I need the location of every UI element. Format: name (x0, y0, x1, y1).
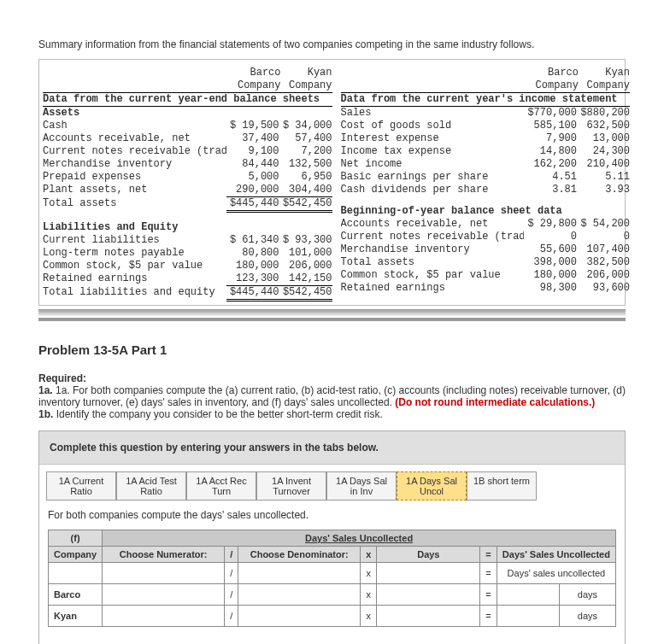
numerator-label-input[interactable] (108, 565, 222, 581)
hdr-denominator: Choose Denominator: (238, 547, 361, 563)
row-cl: Current liabilities (43, 234, 226, 247)
row-kyan: Kyan (49, 606, 103, 627)
result-label: Days' sales uncollected (497, 563, 615, 584)
divider-bar (38, 309, 626, 316)
assets-label: Assets (43, 107, 332, 120)
row-ar: Accounts receivable, net (43, 132, 226, 145)
hdr-eq: = (480, 547, 497, 563)
row-int: Interest expense (341, 132, 525, 145)
tab-acct-rec[interactable]: 1A Acct Rec Turn (186, 471, 256, 501)
row-re: Retained earnings (43, 272, 226, 286)
intro-text: Summary information from the financial s… (38, 38, 626, 50)
problem-title: Problem 13-5A Part 1 (38, 342, 626, 357)
row-cs: Common stock, $5 par value (43, 260, 226, 272)
kyan-unit: days (559, 606, 615, 627)
kyan-days[interactable] (382, 608, 478, 624)
row-ni: Net income (341, 158, 525, 171)
tab-current-ratio[interactable]: 1A Current Ratio (46, 471, 116, 501)
tab-days-sal-inv[interactable]: 1A Days Sal in Inv (326, 471, 397, 501)
barco-result[interactable] (502, 587, 557, 602)
col-kyan: Kyan (281, 67, 332, 79)
kyan-numer[interactable] (108, 608, 222, 624)
row-ta: Total assets (43, 197, 226, 213)
super-header: Days' Sales Uncollected (103, 530, 616, 547)
denominator-label-input[interactable] (244, 565, 358, 581)
tabs: 1A Current Ratio 1A Acid Test Ratio 1A A… (39, 465, 625, 501)
barco-unit: days (559, 584, 615, 606)
row-cash: Cash (43, 120, 226, 132)
req-1a: 1a. 1a. For both companies compute the (… (38, 384, 626, 408)
hdr-slash: / (225, 547, 238, 563)
row-barco: Barco (49, 584, 103, 606)
boy-cs: Common stock, $5 par value (341, 269, 525, 282)
barco-days[interactable] (382, 587, 478, 602)
row-plant: Plant assets, net (43, 184, 226, 197)
col-company: Company (230, 79, 281, 92)
col-barco: Barco (230, 67, 281, 79)
corner-f: (f) (49, 530, 103, 547)
row-tle: Total liabilities and equity (43, 286, 226, 302)
boy-re: Retained earnings (341, 282, 525, 295)
boy-cnr: Current notes receivable (trade) (341, 231, 525, 243)
req-1b: 1b. Identify the company you consider to… (38, 408, 383, 420)
tab-days-sal-uncol[interactable]: 1A Days Sal Uncol (397, 471, 467, 501)
row-ltnp: Long-term notes payable (43, 247, 226, 260)
row-sales: Sales (341, 107, 525, 120)
row-itx: Income tax expense (341, 145, 525, 158)
tab-short-term[interactable]: 1B short term (467, 471, 537, 501)
barco-denom[interactable] (244, 587, 358, 602)
row-cdps: Cash dividends per share (341, 184, 525, 196)
financial-table: BarcoKyan CompanyCompany Data from the c… (38, 59, 626, 306)
tab-instruction: For both companies compute the days' sal… (39, 501, 625, 530)
boy-ta: Total assets (341, 256, 525, 269)
days-label-input[interactable] (382, 565, 478, 581)
col-company2: Company (281, 79, 332, 92)
tab-acid-test[interactable]: 1A Acid Test Ratio (116, 471, 186, 501)
hdr-days: Days (377, 547, 480, 563)
divider-bar2 (38, 318, 626, 321)
hdr-result: Days' Sales Uncollected (497, 547, 615, 563)
row-cnr: Current notes receivable (trade) (43, 145, 226, 158)
row-merch: Merchandise inventory (43, 158, 226, 171)
required-block: Required: 1a. 1a. For both companies com… (38, 372, 626, 420)
row-cogs: Cost of goods sold (341, 120, 525, 132)
hdr-x: x (361, 547, 377, 563)
required-label: Required: (38, 372, 86, 384)
liab-title: Liabilities and Equity (43, 221, 332, 234)
calc-table: (f) Days' Sales Uncollected Company Choo… (48, 530, 616, 627)
boy-ar: Accounts receivable, net (341, 218, 525, 231)
boy-title: Beginning-of-year balance sheet data (341, 205, 631, 218)
answer-panel: Complete this question by entering your … (38, 430, 626, 644)
boy-merch: Merchandise inventory (341, 243, 525, 256)
hdr-company: Company (49, 547, 103, 563)
panel-header: Complete this question by entering your … (39, 431, 625, 465)
tab-invent-turn[interactable]: 1A Invent Turnover (256, 471, 326, 501)
barco-numer[interactable] (108, 587, 222, 602)
right-title: Data from the current year's income stat… (341, 93, 631, 107)
hdr-numerator: Choose Numerator: (103, 547, 225, 563)
kyan-denom[interactable] (244, 608, 358, 624)
row-beps: Basic earnings per share (341, 171, 525, 184)
row-prepaid: Prepaid expenses (43, 171, 226, 184)
left-title: Data from the current year-end balance s… (43, 93, 332, 107)
kyan-result[interactable] (502, 608, 557, 624)
